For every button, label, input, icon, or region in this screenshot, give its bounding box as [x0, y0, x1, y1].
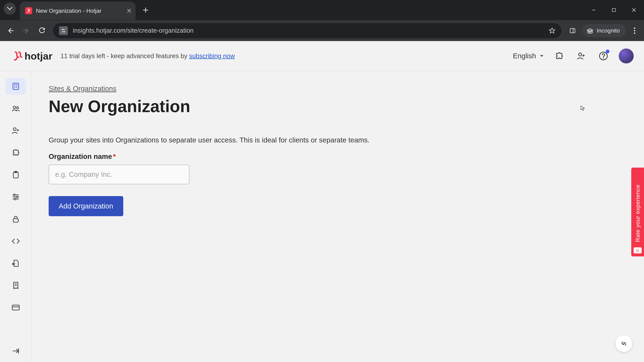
integrations-button[interactable]	[552, 49, 566, 63]
window-minimize-button[interactable]	[584, 5, 604, 15]
nav-forward-button[interactable]	[20, 24, 33, 37]
sidebar-item-clipboard[interactable]	[6, 166, 26, 183]
sidebar-item-settings[interactable]	[6, 189, 26, 205]
svg-point-4	[588, 31, 590, 33]
sliders-icon	[12, 193, 20, 201]
link-icon	[620, 340, 628, 348]
svg-point-19	[16, 196, 18, 198]
site-info-button[interactable]	[59, 26, 68, 35]
sidebar-item-receipts[interactable]	[6, 277, 26, 294]
hotjar-mark-icon	[14, 51, 23, 61]
svg-point-9	[578, 53, 582, 56]
sidebar-item-billing[interactable]	[6, 299, 26, 316]
tab-title: New Organization - Hotjar	[36, 7, 102, 14]
svg-point-24	[636, 249, 637, 250]
svg-point-11	[603, 58, 604, 59]
svg-point-18	[14, 194, 15, 196]
window-maximize-button[interactable]	[604, 5, 624, 15]
org-name-label-text: Organization name	[49, 152, 112, 160]
panel-icon	[569, 27, 576, 34]
add-organization-button[interactable]: Add Organization	[49, 196, 123, 216]
browser-tab[interactable]: New Organization - Hotjar	[20, 2, 136, 20]
arrow-right-icon	[23, 27, 30, 34]
url-text: insights.hotjar.com/site/create-organiza…	[73, 27, 194, 34]
sidebar-item-integrations[interactable]	[6, 144, 26, 161]
building-icon	[12, 82, 20, 90]
incognito-indicator[interactable]: Incognito	[582, 24, 626, 37]
svg-rect-22	[12, 305, 19, 310]
file-export-icon	[12, 259, 20, 268]
svg-rect-12	[13, 83, 18, 89]
notification-dot	[606, 50, 610, 53]
svg-point-13	[13, 106, 16, 109]
browser-chrome: New Organization - Hotjar	[0, 0, 644, 41]
copy-link-button[interactable]	[616, 335, 632, 352]
sidebar-item-team[interactable]	[6, 100, 26, 117]
language-label: English	[513, 52, 536, 60]
language-picker[interactable]: English	[513, 52, 544, 60]
app-header: hotjar 11 trial days left - keep advance…	[0, 41, 644, 71]
tab-close-button[interactable]	[127, 8, 132, 13]
help-button[interactable]	[596, 49, 610, 63]
feedback-tab[interactable]: Rate your experience	[631, 168, 644, 256]
expand-icon	[12, 347, 20, 355]
window-close-button[interactable]	[624, 5, 644, 15]
feedback-label: Rate your experience	[634, 182, 641, 242]
hotjar-logo[interactable]: hotjar	[14, 50, 52, 62]
kebab-icon	[634, 27, 636, 34]
nav-back-button[interactable]	[4, 24, 17, 37]
caret-down-icon	[539, 54, 544, 57]
sidebar-item-export[interactable]	[6, 255, 26, 272]
svg-point-8	[634, 32, 635, 34]
svg-point-6	[634, 27, 635, 29]
arrow-left-icon	[7, 27, 14, 34]
incognito-label: Incognito	[597, 27, 620, 34]
new-tab-button[interactable]	[140, 5, 150, 15]
svg-point-5	[590, 31, 592, 33]
sidebar-item-sites[interactable]	[6, 78, 26, 95]
hotjar-wordmark: hotjar	[24, 50, 52, 62]
sidebar-item-lock[interactable]	[6, 211, 26, 227]
sidebar-item-invite[interactable]	[6, 122, 26, 139]
plus-icon	[142, 7, 148, 13]
svg-point-25	[638, 249, 639, 250]
chevron-down-icon	[7, 7, 12, 10]
invite-button[interactable]	[574, 49, 588, 63]
incognito-icon	[586, 27, 594, 34]
sidebar-item-code[interactable]	[6, 233, 26, 250]
url-field[interactable]: insights.hotjar.com/site/create-organiza…	[53, 23, 562, 38]
svg-rect-21	[13, 219, 18, 222]
org-name-input[interactable]	[49, 165, 190, 184]
smile-icon	[634, 247, 642, 253]
side-panel-button[interactable]	[566, 24, 579, 37]
credit-card-icon	[12, 303, 20, 312]
search-tabs-button[interactable]	[4, 3, 16, 15]
hotjar-favicon	[25, 7, 32, 14]
main-content: Sites & Organizations New Organization G…	[32, 71, 644, 362]
code-icon	[12, 237, 20, 245]
browser-menu-button[interactable]	[629, 25, 640, 36]
trial-prefix: 11 trial days left - keep advanced featu…	[60, 52, 189, 59]
svg-point-15	[13, 128, 16, 131]
bookmark-button[interactable]	[549, 27, 556, 34]
close-icon	[632, 7, 636, 12]
subscribe-link[interactable]: subscribing now	[189, 52, 234, 59]
person-add-icon	[12, 126, 20, 135]
nav-reload-button[interactable]	[35, 24, 49, 37]
svg-point-20	[14, 198, 16, 200]
puzzle-icon	[554, 51, 564, 60]
breadcrumb[interactable]: Sites & Organizations	[49, 85, 116, 93]
avatar[interactable]	[618, 48, 634, 64]
svg-point-7	[634, 30, 635, 31]
close-icon	[127, 8, 132, 13]
people-icon	[12, 104, 20, 113]
tune-icon	[61, 28, 66, 33]
svg-point-2	[64, 31, 65, 32]
intro-text: Group your sites into Organizations to s…	[49, 136, 627, 144]
lock-icon	[12, 215, 20, 223]
svg-point-14	[16, 107, 18, 109]
window-controls	[584, 0, 644, 20]
sidebar-expand-button[interactable]	[6, 343, 26, 359]
required-indicator: *	[113, 152, 116, 160]
page-title: New Organization	[49, 97, 627, 116]
